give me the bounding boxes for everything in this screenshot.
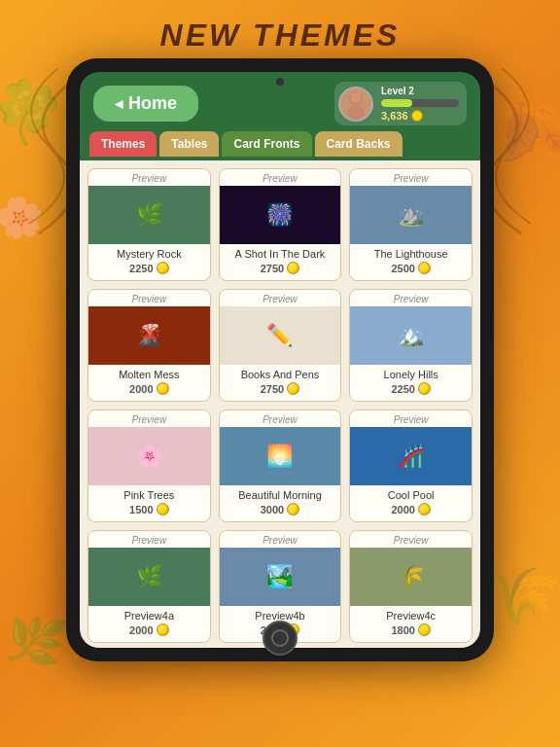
content-area[interactable]: Preview🌿Mystery Rock2250Preview🎆A Shot I… [80,160,480,648]
theme-card-11[interactable]: Preview🌾Preview4c1800 [349,530,472,643]
theme-card-8[interactable]: Preview🎢Cool Pool2000 [349,409,472,522]
front-camera [276,78,284,86]
coin-icon [411,110,423,122]
preview-label: Preview [394,169,429,186]
theme-price-3: 2000 [129,382,168,395]
xp-bar [381,99,459,107]
theme-card-9[interactable]: Preview🌿Preview4a2000 [88,530,211,643]
level-label: Level 2 [381,86,459,96]
price-coin-2 [418,262,431,274]
theme-price-6: 1500 [129,503,168,516]
theme-card-1[interactable]: Preview🎆A Shot In The Dark2750 [219,168,342,281]
theme-name-1: A Shot In The Dark [231,244,330,262]
score-row: 3,636 [381,110,459,122]
tablet-home-button-inner [271,629,289,647]
price-coin-7 [287,503,299,516]
home-button[interactable]: Home [93,86,198,122]
theme-name-7: Beautiful Morning [234,485,326,503]
tab-card-backs[interactable]: Card Backs [315,131,402,157]
tab-bar: Themes Tables Card Fronts Card Backs [80,131,480,157]
tablet-screen: Home Level 2 3,636 [80,72,480,648]
svg-point-1 [347,105,365,119]
theme-name-6: Pink Trees [120,485,178,503]
preview-label: Preview [262,531,298,548]
theme-image-5: 🏔️ [350,306,472,365]
preview-label: Preview [262,290,298,306]
theme-price-8: 2000 [391,503,430,516]
theme-name-11: Preview4c [382,606,439,623]
preview-label: Preview [132,169,167,186]
theme-name-0: Mystery Rock [113,244,186,262]
theme-price-4: 2750 [261,382,299,395]
theme-price-2: 2500 [391,262,430,274]
theme-image-2: ⛰️ [350,186,472,244]
player-info: Level 2 3,636 [381,86,459,122]
theme-image-4: ✏️ [220,306,341,365]
theme-image-3: 🌋 [88,306,210,365]
theme-name-4: Books And Pens [237,365,324,382]
theme-price-1: 2750 [261,262,299,274]
price-coin-9 [157,623,169,636]
price-coin-11 [418,623,431,636]
theme-card-6[interactable]: Preview🌸Pink Trees1500 [88,409,211,522]
theme-image-7: 🌅 [220,427,341,485]
theme-name-5: Lonely Hills [380,365,442,382]
preview-label: Preview [132,531,167,548]
price-coin-3 [157,382,169,395]
price-coin-4 [287,382,299,395]
deco-leaf-ml: 🌸 [0,191,48,244]
xp-bar-fill [381,99,412,107]
theme-name-8: Cool Pool [384,485,438,503]
preview-label: Preview [262,169,298,186]
theme-image-11: 🌾 [350,548,472,606]
preview-label: Preview [262,410,298,427]
theme-image-0: 🌿 [88,186,210,244]
tablet-home-button[interactable] [262,621,298,656]
theme-card-5[interactable]: Preview🏔️Lonely Hills2250 [349,289,472,402]
preview-label: Preview [394,410,429,427]
price-coin-5 [418,382,431,395]
price-coin-1 [287,262,299,274]
tab-card-fronts[interactable]: Card Fronts [222,131,311,157]
theme-card-0[interactable]: Preview🌿Mystery Rock2250 [88,168,211,281]
price-coin-0 [157,262,169,274]
theme-image-9: 🌿 [88,548,210,606]
tab-tables[interactable]: Tables [159,131,219,157]
theme-name-3: Molten Mess [115,365,183,382]
svg-point-2 [351,92,362,103]
theme-price-11: 1800 [391,623,430,636]
tab-themes[interactable]: Themes [89,131,157,157]
theme-image-1: 🎆 [220,186,341,244]
deco-leaf-tl: 🍀 [0,67,73,157]
deco-swirl-tr: 🍂 [482,87,560,176]
theme-card-3[interactable]: Preview🌋Molten Mess2000 [88,289,211,402]
theme-price-9: 2000 [129,623,168,636]
theme-price-7: 3000 [261,503,299,516]
theme-card-2[interactable]: Preview⛰️The Lighthouse2500 [349,168,472,281]
theme-name-9: Preview4a [121,606,178,623]
theme-card-4[interactable]: Preview✏️Books And Pens2750 [219,289,342,402]
theme-card-7[interactable]: Preview🌅Beautiful Morning3000 [219,409,342,522]
preview-label: Preview [132,290,167,306]
theme-image-10: 🏞️ [220,548,341,606]
preview-label: Preview [394,531,429,548]
theme-image-8: 🎢 [350,427,472,485]
price-coin-6 [157,503,169,516]
player-card: Level 2 3,636 [334,82,467,125]
price-coin-8 [418,503,431,516]
theme-price-5: 2250 [391,382,430,395]
avatar [338,87,373,122]
deco-leaf-bl: 🌿 [0,606,71,676]
theme-image-6: 🌸 [88,427,210,485]
preview-label: Preview [394,290,429,306]
themes-grid: Preview🌿Mystery Rock2250Preview🎆A Shot I… [88,168,472,643]
theme-name-2: The Lighthouse [370,244,452,262]
score-value: 3,636 [381,110,408,122]
tablet-device: Home Level 2 3,636 [66,58,494,661]
theme-price-0: 2250 [129,262,168,274]
page-title: NEW THEMES [0,0,560,65]
preview-label: Preview [132,410,167,427]
